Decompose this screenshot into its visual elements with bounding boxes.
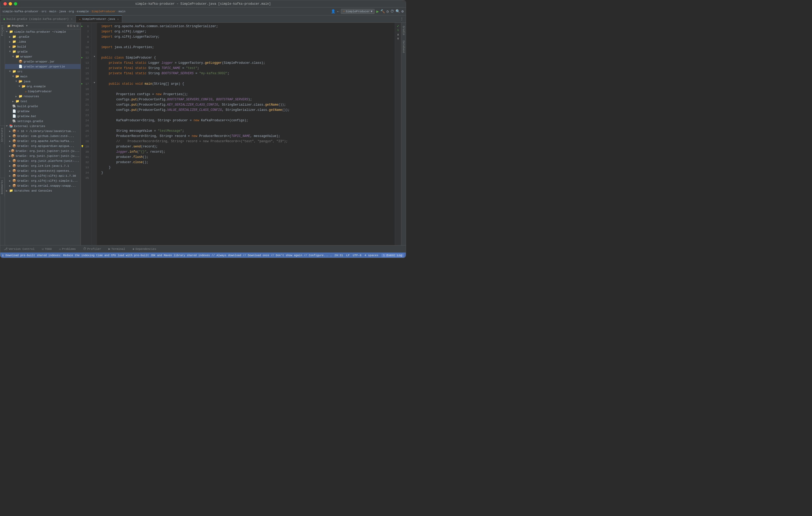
tree-item-slf4j-api[interactable]: ▶ 📦 Gradle: org.slf4j:slf4j-api:1.7.30 — [5, 173, 81, 178]
bookmarks-side-label[interactable]: Bookmarks — [1, 180, 4, 194]
gradle-side-label[interactable]: Gradle — [402, 24, 405, 37]
tree-item-opentest4j[interactable]: ▶ 📦 Gradle: org.opentest4j:opentes... — [5, 168, 81, 173]
breadcrumb-project[interactable]: simple-kafka-producer — [2, 10, 39, 13]
tree-item-idea[interactable]: ▶ 📁 .idea — [5, 39, 81, 44]
sort-icon[interactable]: ⇅ — [73, 24, 75, 28]
tree-item-test[interactable]: ▶ 📁 test — [5, 99, 81, 104]
line-num-35: 35 — [81, 175, 90, 181]
breadcrumb-main[interactable]: main — [50, 10, 56, 13]
bottom-tab-problems[interactable]: ⚠ Problems — [58, 246, 78, 251]
breadcrumb-org[interactable]: org — [69, 10, 74, 13]
project-panel-header: 📁 Project ▼ ⊕ ⊟ ⇅ ⚙ — [5, 23, 81, 29]
tree-item-apiguardian[interactable]: ▶ 📦 Gradle: org.apiguardian:apigua... — [5, 144, 81, 149]
line-num-34: 34 — [81, 170, 90, 175]
bottom-tab-todo[interactable]: ☑ TODO — [40, 246, 53, 251]
tree-item-org-example[interactable]: ▼ 📂 org.example — [5, 84, 81, 89]
settings-gear-icon[interactable]: ⚙ — [77, 24, 79, 28]
event-log-badge[interactable]: 1 Event Log — [381, 253, 404, 257]
back-icon[interactable]: ← — [337, 9, 339, 13]
coverage-icon[interactable]: ◷ — [386, 9, 388, 13]
fold-17[interactable]: ▼ — [92, 80, 97, 86]
tree-item-junit1[interactable]: ▶ 📦 Gradle: org.junit.jupiter:junit-ju..… — [5, 149, 81, 153]
project-side-label[interactable]: Project — [1, 25, 4, 36]
lint-nav-up[interactable]: ∧ — [397, 33, 399, 37]
tab-simple-producer-close[interactable]: ✕ — [117, 18, 119, 21]
tree-item-wrapper[interactable]: ▼ 📁 wrapper — [5, 54, 81, 59]
run-button[interactable]: ▶ — [376, 9, 379, 14]
encoding[interactable]: UTF-8 — [353, 254, 361, 257]
code-line-32: producer.close(); — [101, 160, 395, 165]
settings-icon[interactable]: ⚙ — [402, 9, 404, 13]
tree-item-simple-producer[interactable]: ☕ SimpleProducer — [5, 89, 81, 94]
tree-item-resources[interactable]: ▶ 📁 resources — [5, 94, 81, 99]
code-line-26: String messageValue = "testMessage"; — [101, 128, 395, 133]
minimize-button[interactable] — [9, 2, 12, 5]
bottom-tab-terminal[interactable]: ▶ Terminal — [107, 246, 127, 251]
profiler-icon[interactable]: ⏱ — [390, 9, 394, 13]
tree-item-slf4j-simple[interactable]: ▶ 📦 Gradle: org.slf4j:slf4j-simple:1... — [5, 178, 81, 183]
search-icon[interactable]: 🔍 — [396, 9, 400, 13]
tab-simple-producer[interactable]: ☕ SimpleProducer.java ✕ — [76, 16, 122, 23]
tree-item-snappy[interactable]: ▶ 📦 Gradle: org.xerial.snappy:snapp... — [5, 183, 81, 188]
run-config-selector[interactable]: ⚡ SimpleProducer ▼ — [341, 9, 375, 14]
maximize-button[interactable] — [14, 2, 17, 5]
line-num-11: 11 — [81, 50, 90, 55]
lint-ok-icon: ✓ — [397, 24, 399, 28]
tree-item-build-gradle[interactable]: 🐘 build.gradle — [5, 104, 81, 109]
tree-item-gradle-jar[interactable]: 📦 gradle-wrapper.jar — [5, 59, 81, 64]
database-side-label[interactable]: Database — [402, 38, 405, 55]
breadcrumb-src[interactable]: src — [41, 10, 47, 13]
structure-side-label[interactable]: Structure — [1, 128, 4, 142]
code-line-13: private final static Logger logger = Log… — [101, 60, 395, 66]
code-line-21: configs.put(ProducerConfig.KEY_SERIALIZE… — [101, 102, 395, 108]
tree-item-gradlew-bat[interactable]: 📄 gradlew.bat — [5, 114, 81, 119]
tree-item-gradle-hidden[interactable]: ▶ 📁 .gradle — [5, 34, 81, 39]
indent-setting[interactable]: 4 spaces — [365, 254, 379, 257]
cursor-position[interactable]: 29:31 — [334, 254, 343, 257]
tree-item-build[interactable]: ▶ 📂 build — [5, 44, 81, 49]
code-line-27: ProducerRecord<String, String> record = … — [101, 133, 395, 139]
tree-item-src[interactable]: ▼ 📁 src — [5, 69, 81, 74]
tree-item-gradle-prop[interactable]: 📄 gradle-wrapper.propertie — [5, 64, 81, 69]
tree-item-gradlew[interactable]: 📄 gradlew — [5, 109, 81, 114]
tree-item-settings-gradle[interactable]: 🐘 settings.gradle — [5, 119, 81, 124]
run-config-dropdown-icon[interactable]: ▼ — [371, 10, 373, 13]
tree-item-scratches[interactable]: ▶ 📁 Scratches and Consoles — [5, 188, 81, 193]
lint-nav-down[interactable]: ∨ — [397, 37, 399, 40]
tree-item-lz4[interactable]: ▶ 📦 Gradle: org.lz4:lz4-java:1.7.1 — [5, 163, 81, 168]
tree-item-gradle[interactable]: ▼ 📁 gradle — [5, 49, 81, 54]
tree-item-junit-platform[interactable]: ▶ 📦 Gradle: org.junit.platform:junit-... — [5, 158, 81, 163]
tab-build-gradle[interactable]: ▣ build.gradle (simple-kafka-producer) ✕ — [0, 16, 76, 23]
tree-item-zstd[interactable]: ▶ 📦 Gradle: com.github.luben:zstd-... — [5, 133, 81, 139]
java-file-icon: ☕ — [79, 18, 81, 21]
tree-item-kafka[interactable]: ▶ 📦 Gradle: org.apache.kafka:kafka... — [5, 139, 81, 144]
breadcrumb-java[interactable]: java — [59, 10, 66, 13]
bottom-tab-version-control[interactable]: ⎇ Version Control — [2, 246, 36, 251]
breadcrumb-example[interactable]: example — [77, 10, 89, 13]
code-line-9 — [101, 39, 395, 45]
tree-item-jdk[interactable]: ▶ 📦 < 16 > /Library/Java/JavaVirtua... — [5, 129, 81, 133]
tab-build-gradle-close[interactable]: ✕ — [71, 17, 73, 21]
bottom-tab-dependencies[interactable]: ◈ Dependencies — [131, 246, 158, 251]
breadcrumb-class[interactable]: SimpleProducer — [92, 10, 116, 13]
fold-25 — [92, 122, 97, 127]
main-layout: Project 📁 Project ▼ ⊕ ⊟ ⇅ ⚙ ▼ 📁 simple-k… — [0, 23, 406, 245]
build-icon[interactable]: 🔨 — [380, 9, 385, 13]
line-ending[interactable]: LF — [346, 254, 349, 257]
tree-item-external-libs[interactable]: ▼ 📚 External Libraries — [5, 124, 81, 129]
collapse-all-icon[interactable]: ⊟ — [70, 24, 72, 28]
breadcrumb-method[interactable]: main — [118, 10, 125, 13]
vcs-icon[interactable]: 👤 — [331, 9, 336, 13]
tree-item-java[interactable]: ▼ 📂 java — [5, 79, 81, 84]
code-content[interactable]: import org.apache.kafka.common.serializa… — [97, 23, 395, 245]
tree-item-root[interactable]: ▼ 📁 simple-kafka-producer ~/simple — [5, 29, 81, 34]
locate-icon[interactable]: ⊕ — [67, 24, 69, 28]
tab-options-icon[interactable]: ⋮ — [400, 17, 404, 21]
bottom-tab-profiler[interactable]: ⏱ Profiler — [82, 246, 103, 251]
tree-label-java: java — [24, 80, 30, 83]
tree-item-junit2[interactable]: ▶ 📦 Gradle: org.junit.jupiter:junit-ju..… — [5, 153, 81, 158]
fold-12[interactable]: ▼ — [92, 54, 97, 59]
tree-item-main[interactable]: ▼ 📂 main — [5, 74, 81, 79]
version-control-icon: ⎇ — [4, 247, 7, 251]
close-button[interactable] — [3, 2, 7, 5]
